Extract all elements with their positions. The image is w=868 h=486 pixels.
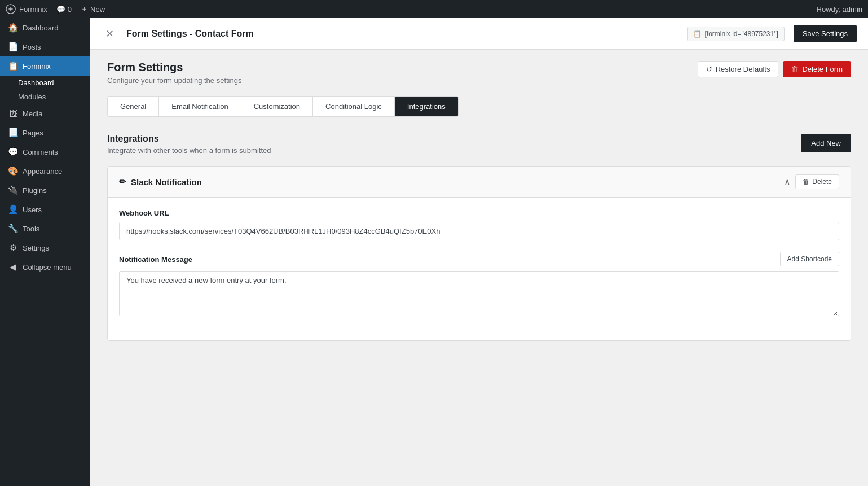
sidebar-item-pages[interactable]: 📃 Pages (0, 123, 90, 142)
plus-icon: ＋ (81, 4, 88, 14)
sidebar-item-tools[interactable]: 🔧 Tools (0, 219, 90, 238)
tab-integrations[interactable]: Integrations (395, 97, 458, 116)
add-shortcode-button[interactable]: Add Shortcode (780, 252, 839, 266)
sidebar-item-media[interactable]: 🖼 Media (0, 104, 90, 123)
sidebar-label-posts: Posts (23, 43, 41, 51)
tools-icon: 🔧 (8, 224, 18, 234)
delete-integration-button[interactable]: 🗑 Delete (795, 174, 839, 189)
sidebar-item-comments[interactable]: 💬 Comments (0, 142, 90, 161)
sidebar-sub-item-dashboard[interactable]: Dashboard (0, 76, 90, 90)
integrations-header-left: Integrations Integrate with other tools … (107, 134, 271, 155)
shortcode-value: [forminix id="48975231"] (705, 30, 778, 38)
new-link[interactable]: ＋ New (81, 4, 105, 14)
sidebar-label-settings: Settings (23, 244, 49, 252)
copy-icon: 📋 (693, 30, 702, 38)
restore-defaults-button[interactable]: ↺ Restore Defaults (698, 61, 779, 77)
sidebar-item-dashboard[interactable]: 🏠 Dashboard (0, 18, 90, 37)
shortcode-display[interactable]: 📋 [forminix id="48975231"] (687, 27, 785, 41)
webhook-url-field-group: Webhook URL (119, 209, 839, 240)
content-area: ✕ Form Settings - Contact Form 📋 [formin… (90, 18, 868, 486)
integrations-title: Integrations (107, 134, 271, 144)
comment-icon: 💬 (56, 5, 65, 14)
media-icon: 🖼 (8, 108, 18, 119)
form-editor-header: ✕ Form Settings - Contact Form 📋 [formin… (90, 18, 868, 50)
sidebar-sub-item-modules[interactable]: Modules (0, 90, 90, 104)
integration-card-title: ✏ Slack Notification (119, 177, 202, 187)
tab-general[interactable]: General (108, 97, 159, 116)
sidebar-label-tools: Tools (23, 225, 39, 233)
sidebar-item-settings[interactable]: ⚙ Settings (0, 238, 90, 257)
page-header: Form Settings Configure your form updati… (107, 61, 851, 85)
sidebar-label-collapse: Collapse menu (23, 263, 72, 272)
notification-message-field-group: Notification Message Add Shortcode (119, 252, 839, 318)
sidebar-label-comments: Comments (23, 148, 58, 156)
trash-icon: 🗑 (791, 65, 799, 73)
collapse-integration-button[interactable]: ∧ (784, 177, 791, 187)
edit-icon: ✏ (119, 177, 126, 187)
plugins-icon: 🔌 (8, 185, 18, 195)
notification-label: Notification Message Add Shortcode (119, 252, 839, 266)
form-editor-title: Form Settings - Contact Form (126, 29, 678, 39)
add-new-integration-button[interactable]: Add New (801, 134, 851, 152)
delete-form-button[interactable]: 🗑 Delete Form (783, 61, 851, 77)
form-settings-tabs: General Email Notification Customization… (107, 96, 459, 117)
posts-icon: 📄 (8, 42, 18, 52)
collapse-icon: ◀ (8, 262, 18, 272)
sidebar-label-media: Media (23, 110, 42, 118)
integration-name: Slack Notification (131, 177, 202, 187)
integration-card-actions: ∧ 🗑 Delete (784, 174, 839, 189)
page-content: Form Settings Configure your form updati… (90, 50, 868, 486)
forminix-icon: 📋 (8, 61, 18, 71)
howdy-text: Howdy, admin (817, 5, 862, 14)
page-title: Form Settings (107, 61, 241, 74)
sidebar-forminix-submenu: Dashboard Modules (0, 76, 90, 104)
admin-bar: Forminix 💬 0 ＋ New Howdy, admin (0, 0, 868, 18)
close-button[interactable]: ✕ (102, 26, 117, 42)
sidebar-item-collapse[interactable]: ◀ Collapse menu (0, 257, 90, 277)
comments-link[interactable]: 💬 0 (56, 5, 72, 14)
integrations-section: Integrations Integrate with other tools … (107, 134, 851, 341)
sidebar-label-forminix: Forminix (23, 62, 51, 71)
page-header-actions: ↺ Restore Defaults 🗑 Delete Form (698, 61, 851, 77)
settings-icon: ⚙ (8, 243, 18, 253)
users-icon: 👤 (8, 204, 18, 214)
appearance-icon: 🎨 (8, 166, 18, 176)
delete-icon: 🗑 (803, 178, 809, 186)
sidebar-label-appearance: Appearance (23, 167, 62, 176)
webhook-label: Webhook URL (119, 209, 839, 217)
pages-icon: 📃 (8, 128, 18, 138)
integration-card-body: Webhook URL Notification Message Add Sho… (108, 198, 851, 340)
site-logo[interactable]: Forminix (6, 4, 47, 14)
sidebar-label-dashboard: Dashboard (23, 24, 59, 32)
sidebar-label-pages: Pages (23, 129, 43, 137)
sidebar-item-forminix[interactable]: 📋 Forminix (0, 56, 90, 76)
notification-message-textarea[interactable] (119, 271, 839, 316)
tab-customization[interactable]: Customization (241, 97, 313, 116)
sidebar-item-plugins[interactable]: 🔌 Plugins (0, 181, 90, 200)
sidebar: 🏠 Dashboard 📄 Posts 📋 Forminix Dashboard… (0, 18, 90, 486)
site-name: Forminix (19, 5, 47, 14)
sidebar-item-posts[interactable]: 📄 Posts (0, 37, 90, 56)
dashboard-icon: 🏠 (8, 23, 18, 33)
restore-icon: ↺ (706, 65, 712, 73)
sidebar-label-users: Users (23, 205, 42, 214)
page-header-left: Form Settings Configure your form updati… (107, 61, 241, 85)
save-settings-button[interactable]: Save Settings (794, 25, 857, 42)
slack-notification-card: ✏ Slack Notification ∧ 🗑 Delete (107, 166, 851, 341)
tab-email-notification[interactable]: Email Notification (159, 97, 241, 116)
integrations-subtitle: Integrate with other tools when a form i… (107, 146, 271, 155)
comments-icon: 💬 (8, 147, 18, 157)
tab-conditional-logic[interactable]: Conditional Logic (313, 97, 395, 116)
integration-card-header: ✏ Slack Notification ∧ 🗑 Delete (108, 167, 851, 198)
page-subtitle: Configure your form updating the setting… (107, 76, 241, 85)
webhook-url-input[interactable] (119, 222, 839, 240)
integrations-header: Integrations Integrate with other tools … (107, 134, 851, 155)
sidebar-label-plugins: Plugins (23, 186, 47, 195)
sidebar-item-appearance[interactable]: 🎨 Appearance (0, 161, 90, 181)
sidebar-item-users[interactable]: 👤 Users (0, 200, 90, 219)
